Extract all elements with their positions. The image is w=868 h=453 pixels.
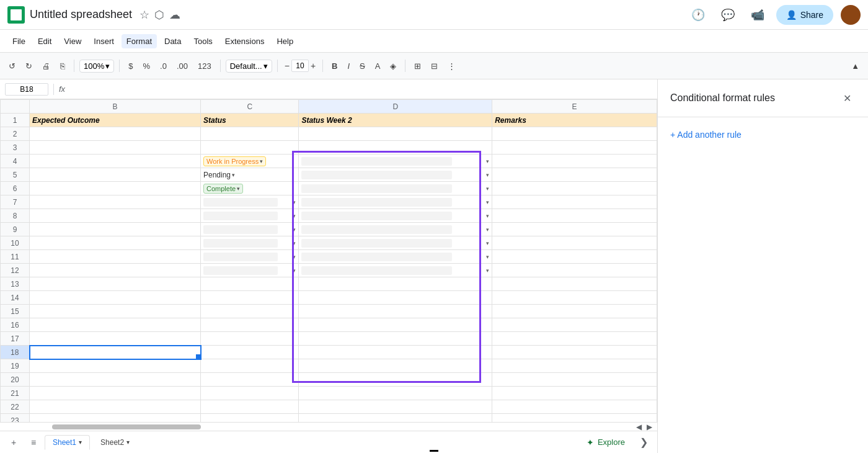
- cell-d20[interactable]: [299, 373, 492, 387]
- cell-b15[interactable]: [30, 305, 201, 318]
- complete-badge[interactable]: Complete ▾: [203, 184, 243, 194]
- cell-e2[interactable]: [492, 127, 657, 141]
- panel-close-btn[interactable]: ✕: [838, 89, 856, 107]
- cell-b23[interactable]: [30, 414, 201, 423]
- cell-d10[interactable]: ▾: [299, 236, 492, 250]
- cell-b20[interactable]: [30, 373, 201, 387]
- cell-d15[interactable]: [299, 305, 492, 318]
- cell-e13[interactable]: [492, 277, 657, 291]
- dropdown-cell-c7[interactable]: ▾: [201, 195, 298, 209]
- strikethrough-btn[interactable]: S: [356, 59, 369, 73]
- cell-b7[interactable]: [30, 195, 201, 209]
- borders-btn[interactable]: ⊞: [410, 59, 425, 73]
- cell-c17[interactable]: [201, 332, 299, 346]
- doc-title[interactable]: Untitled spreadsheet: [30, 8, 132, 21]
- fill-color-btn[interactable]: ◈: [386, 59, 400, 73]
- pending-badge[interactable]: Pending ▾: [203, 171, 235, 179]
- paint-format-btn[interactable]: ⎘: [56, 59, 69, 73]
- cell-e5[interactable]: [492, 168, 657, 182]
- add-rule-btn[interactable]: + Add another rule: [670, 127, 856, 142]
- cell-d13[interactable]: [299, 277, 492, 291]
- dropdown-cell-d6[interactable]: ▾: [299, 182, 492, 195]
- cell-d16[interactable]: [299, 318, 492, 332]
- cell-b21[interactable]: [30, 387, 201, 400]
- cell-c19[interactable]: [201, 359, 299, 373]
- sheet-tab-1[interactable]: Sheet1 ▾: [45, 435, 90, 450]
- cell-b8[interactable]: [30, 209, 201, 223]
- dropdown-cell-c9[interactable]: ▾: [201, 223, 298, 236]
- font-size-decrease[interactable]: −: [283, 61, 291, 71]
- font-selector[interactable]: Default... ▾: [226, 60, 272, 73]
- dropdown-cell-d5[interactable]: ▾: [299, 168, 492, 181]
- menu-format[interactable]: Format: [122, 34, 157, 48]
- cell-d4[interactable]: ▾: [299, 155, 492, 168]
- cell-c21[interactable]: [201, 387, 299, 400]
- move-icon[interactable]: ⬡: [154, 8, 164, 22]
- dropdown-cell-c12[interactable]: ▾: [201, 264, 298, 277]
- cell-d9[interactable]: ▾: [299, 223, 492, 236]
- cell-b9[interactable]: [30, 223, 201, 236]
- menu-insert[interactable]: Insert: [89, 34, 119, 48]
- dropdown-cell-c11[interactable]: ▾: [201, 250, 298, 263]
- sheet-list-btn[interactable]: ≡: [25, 434, 42, 451]
- cell-c9[interactable]: ▾: [201, 223, 299, 236]
- cell-d11[interactable]: ▾: [299, 250, 492, 264]
- cell-b3[interactable]: [30, 141, 201, 155]
- cell-c22[interactable]: [201, 400, 299, 414]
- cell-c4[interactable]: Work in Progress ▾: [201, 155, 299, 168]
- cell-b14[interactable]: [30, 291, 201, 305]
- cell-e3[interactable]: [492, 141, 657, 155]
- currency-btn[interactable]: $: [125, 59, 136, 73]
- cell-d8[interactable]: ▾: [299, 209, 492, 223]
- cell-e17[interactable]: [492, 332, 657, 346]
- col-header-d[interactable]: D: [299, 100, 492, 114]
- cell-c20[interactable]: [201, 373, 299, 387]
- sheet-tab-2[interactable]: Sheet2 ▾: [92, 435, 138, 450]
- cell-d19[interactable]: [299, 359, 492, 373]
- cell-c12[interactable]: ▾: [201, 264, 299, 277]
- cell-d3[interactable]: [299, 141, 492, 155]
- cell-c1[interactable]: Status: [201, 114, 299, 127]
- cell-e16[interactable]: [492, 318, 657, 332]
- cell-e18[interactable]: [492, 346, 657, 359]
- wip-badge[interactable]: Work in Progress ▾: [203, 156, 266, 166]
- cell-e7[interactable]: [492, 195, 657, 209]
- collapse-panel-btn[interactable]: ❯: [635, 434, 652, 451]
- cell-c18[interactable]: [201, 346, 299, 359]
- scroll-thumb[interactable]: [52, 424, 201, 429]
- dropdown-cell-d8[interactable]: ▾: [299, 209, 492, 222]
- cell-e1[interactable]: Remarks: [492, 114, 657, 127]
- cell-c2[interactable]: [201, 127, 299, 141]
- percent-btn[interactable]: %: [139, 59, 154, 73]
- cell-c7[interactable]: ▾: [201, 195, 299, 209]
- horizontal-scrollbar[interactable]: [2, 424, 634, 430]
- menu-help[interactable]: Help: [272, 34, 298, 48]
- merge-btn[interactable]: ⊟: [427, 59, 441, 73]
- cell-c23[interactable]: [201, 414, 299, 423]
- dec-dec-btn[interactable]: .0: [156, 59, 170, 73]
- inc-dec-btn[interactable]: .00: [173, 59, 192, 73]
- avatar[interactable]: [841, 5, 861, 25]
- col-header-b[interactable]: B: [30, 100, 201, 114]
- cell-c13[interactable]: [201, 277, 299, 291]
- history-btn[interactable]: 🕐: [687, 4, 709, 26]
- cell-b1[interactable]: Expected Outcome: [30, 114, 201, 127]
- menu-edit[interactable]: Edit: [33, 34, 56, 48]
- star-icon[interactable]: ☆: [140, 8, 149, 22]
- grid-container[interactable]: B C D E 1 Expected Outcome Status Status…: [0, 99, 657, 422]
- cell-e9[interactable]: [492, 223, 657, 236]
- cell-b6[interactable]: [30, 182, 201, 195]
- cell-b16[interactable]: [30, 318, 201, 332]
- font-size-increase[interactable]: +: [309, 61, 317, 71]
- col-header-c[interactable]: C: [201, 100, 299, 114]
- dropdown-cell-d12[interactable]: ▾: [299, 264, 492, 277]
- cell-e4[interactable]: [492, 155, 657, 168]
- explore-btn[interactable]: ✦ Explore: [582, 435, 630, 450]
- resize-handle[interactable]: [196, 354, 201, 359]
- more-btn[interactable]: ⋮: [444, 59, 459, 73]
- cell-b18[interactable]: [30, 346, 201, 359]
- comment-btn[interactable]: 💬: [717, 4, 739, 26]
- menu-view[interactable]: View: [59, 34, 86, 48]
- cell-b10[interactable]: [30, 236, 201, 250]
- cell-b12[interactable]: [30, 264, 201, 277]
